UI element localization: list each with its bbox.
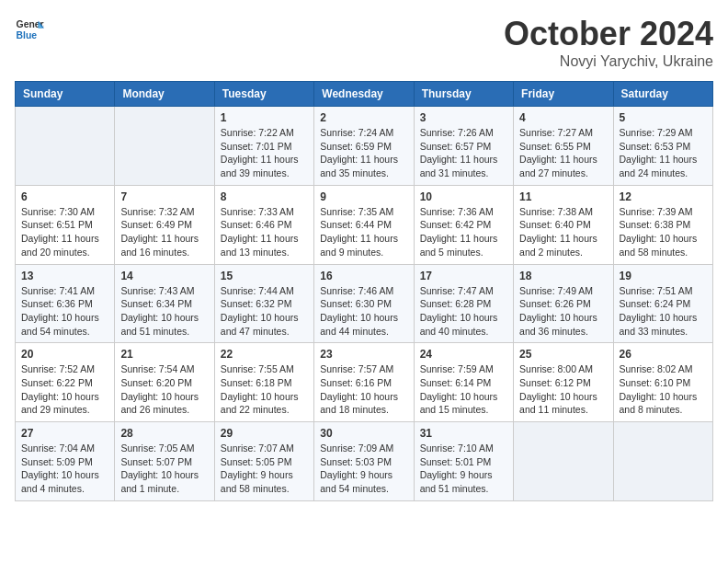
weekday-header-row: SundayMondayTuesdayWednesdayThursdayFrid… bbox=[16, 82, 713, 107]
calendar-cell: 23Sunrise: 7:57 AM Sunset: 6:16 PM Dayli… bbox=[314, 343, 414, 422]
calendar-cell bbox=[613, 422, 712, 501]
day-info: Sunrise: 7:41 AM Sunset: 6:36 PM Dayligh… bbox=[21, 284, 108, 339]
calendar-cell bbox=[514, 422, 613, 501]
day-number: 23 bbox=[320, 348, 407, 361]
calendar-cell: 21Sunrise: 7:54 AM Sunset: 6:20 PM Dayli… bbox=[115, 343, 214, 422]
weekday-header: Sunday bbox=[16, 82, 115, 107]
calendar-cell: 2Sunrise: 7:24 AM Sunset: 6:59 PM Daylig… bbox=[314, 107, 414, 186]
weekday-header: Saturday bbox=[613, 82, 712, 107]
day-info: Sunrise: 7:29 AM Sunset: 6:53 PM Dayligh… bbox=[620, 126, 707, 180]
day-info: Sunrise: 7:30 AM Sunset: 6:51 PM Dayligh… bbox=[21, 205, 108, 259]
calendar-cell: 8Sunrise: 7:33 AM Sunset: 6:46 PM Daylig… bbox=[214, 185, 313, 264]
calendar-cell bbox=[16, 107, 115, 186]
calendar-cell: 7Sunrise: 7:32 AM Sunset: 6:49 PM Daylig… bbox=[115, 185, 214, 264]
logo: General Blue bbox=[15, 15, 44, 44]
day-info: Sunrise: 7:24 AM Sunset: 6:59 PM Dayligh… bbox=[320, 126, 407, 180]
weekday-header: Tuesday bbox=[214, 82, 313, 107]
day-info: Sunrise: 7:27 AM Sunset: 6:55 PM Dayligh… bbox=[519, 126, 607, 180]
day-info: Sunrise: 7:47 AM Sunset: 6:28 PM Dayligh… bbox=[420, 284, 507, 339]
day-number: 8 bbox=[221, 190, 308, 203]
month-title: October 2024 bbox=[504, 15, 713, 53]
calendar-cell: 3Sunrise: 7:26 AM Sunset: 6:57 PM Daylig… bbox=[414, 107, 513, 186]
day-number: 24 bbox=[420, 348, 507, 361]
day-info: Sunrise: 7:54 AM Sunset: 6:20 PM Dayligh… bbox=[120, 362, 208, 417]
weekday-header: Monday bbox=[115, 82, 214, 107]
calendar-week-row: 13Sunrise: 7:41 AM Sunset: 6:36 PM Dayli… bbox=[16, 264, 713, 343]
day-info: Sunrise: 7:07 AM Sunset: 5:05 PM Dayligh… bbox=[221, 442, 308, 496]
calendar-cell: 6Sunrise: 7:30 AM Sunset: 6:51 PM Daylig… bbox=[16, 185, 115, 264]
calendar-cell: 15Sunrise: 7:44 AM Sunset: 6:32 PM Dayli… bbox=[214, 264, 313, 343]
day-info: Sunrise: 7:49 AM Sunset: 6:26 PM Dayligh… bbox=[519, 284, 607, 339]
day-info: Sunrise: 7:57 AM Sunset: 6:16 PM Dayligh… bbox=[320, 362, 407, 417]
day-info: Sunrise: 7:36 AM Sunset: 6:42 PM Dayligh… bbox=[420, 205, 507, 259]
calendar-cell: 10Sunrise: 7:36 AM Sunset: 6:42 PM Dayli… bbox=[414, 185, 513, 264]
calendar-cell: 28Sunrise: 7:05 AM Sunset: 5:07 PM Dayli… bbox=[115, 422, 214, 501]
day-info: Sunrise: 7:05 AM Sunset: 5:07 PM Dayligh… bbox=[120, 442, 208, 496]
day-number: 4 bbox=[519, 111, 607, 124]
day-number: 14 bbox=[120, 270, 208, 282]
calendar-cell: 30Sunrise: 7:09 AM Sunset: 5:03 PM Dayli… bbox=[314, 422, 414, 501]
day-number: 1 bbox=[221, 111, 308, 124]
calendar-cell: 29Sunrise: 7:07 AM Sunset: 5:05 PM Dayli… bbox=[214, 422, 313, 501]
day-number: 20 bbox=[21, 348, 108, 361]
calendar-cell: 12Sunrise: 7:39 AM Sunset: 6:38 PM Dayli… bbox=[613, 185, 712, 264]
day-number: 12 bbox=[620, 190, 707, 203]
day-info: Sunrise: 8:02 AM Sunset: 6:10 PM Dayligh… bbox=[620, 362, 707, 417]
day-number: 2 bbox=[320, 111, 407, 124]
day-number: 30 bbox=[320, 427, 407, 440]
calendar-cell: 26Sunrise: 8:02 AM Sunset: 6:10 PM Dayli… bbox=[613, 343, 712, 422]
day-info: Sunrise: 7:09 AM Sunset: 5:03 PM Dayligh… bbox=[320, 442, 407, 496]
day-info: Sunrise: 7:22 AM Sunset: 7:01 PM Dayligh… bbox=[221, 126, 308, 180]
calendar-cell: 17Sunrise: 7:47 AM Sunset: 6:28 PM Dayli… bbox=[414, 264, 513, 343]
calendar-cell: 16Sunrise: 7:46 AM Sunset: 6:30 PM Dayli… bbox=[314, 264, 414, 343]
day-number: 15 bbox=[221, 270, 308, 282]
day-number: 25 bbox=[519, 348, 607, 361]
day-number: 22 bbox=[221, 348, 308, 361]
day-info: Sunrise: 7:26 AM Sunset: 6:57 PM Dayligh… bbox=[420, 126, 507, 180]
logo-icon: General Blue bbox=[15, 15, 44, 44]
day-number: 21 bbox=[120, 348, 208, 361]
title-block: October 2024 Novyi Yarychiv, Ukraine bbox=[504, 15, 713, 70]
day-number: 28 bbox=[120, 427, 208, 440]
day-info: Sunrise: 7:44 AM Sunset: 6:32 PM Dayligh… bbox=[221, 284, 308, 339]
day-number: 10 bbox=[420, 190, 507, 203]
weekday-header: Thursday bbox=[414, 82, 513, 107]
day-info: Sunrise: 7:38 AM Sunset: 6:40 PM Dayligh… bbox=[519, 205, 607, 259]
calendar-cell: 19Sunrise: 7:51 AM Sunset: 6:24 PM Dayli… bbox=[613, 264, 712, 343]
calendar-week-row: 1Sunrise: 7:22 AM Sunset: 7:01 PM Daylig… bbox=[16, 107, 713, 186]
calendar-cell: 13Sunrise: 7:41 AM Sunset: 6:36 PM Dayli… bbox=[16, 264, 115, 343]
day-info: Sunrise: 7:10 AM Sunset: 5:01 PM Dayligh… bbox=[420, 442, 507, 496]
day-number: 9 bbox=[320, 190, 407, 203]
day-info: Sunrise: 7:35 AM Sunset: 6:44 PM Dayligh… bbox=[320, 205, 407, 259]
day-number: 29 bbox=[221, 427, 308, 440]
day-number: 27 bbox=[21, 427, 108, 440]
day-number: 13 bbox=[21, 270, 108, 282]
calendar-cell: 27Sunrise: 7:04 AM Sunset: 5:09 PM Dayli… bbox=[16, 422, 115, 501]
calendar-week-row: 20Sunrise: 7:52 AM Sunset: 6:22 PM Dayli… bbox=[16, 343, 713, 422]
day-info: Sunrise: 7:04 AM Sunset: 5:09 PM Dayligh… bbox=[21, 442, 108, 496]
calendar-cell: 4Sunrise: 7:27 AM Sunset: 6:55 PM Daylig… bbox=[514, 107, 613, 186]
calendar-cell: 11Sunrise: 7:38 AM Sunset: 6:40 PM Dayli… bbox=[514, 185, 613, 264]
day-number: 18 bbox=[519, 270, 607, 282]
calendar-cell: 18Sunrise: 7:49 AM Sunset: 6:26 PM Dayli… bbox=[514, 264, 613, 343]
day-info: Sunrise: 7:46 AM Sunset: 6:30 PM Dayligh… bbox=[320, 284, 407, 339]
day-info: Sunrise: 7:55 AM Sunset: 6:18 PM Dayligh… bbox=[221, 362, 308, 417]
day-info: Sunrise: 7:59 AM Sunset: 6:14 PM Dayligh… bbox=[420, 362, 507, 417]
day-number: 11 bbox=[519, 190, 607, 203]
calendar-cell: 1Sunrise: 7:22 AM Sunset: 7:01 PM Daylig… bbox=[214, 107, 313, 186]
calendar-cell bbox=[115, 107, 214, 186]
calendar-cell: 31Sunrise: 7:10 AM Sunset: 5:01 PM Dayli… bbox=[414, 422, 513, 501]
day-info: Sunrise: 7:52 AM Sunset: 6:22 PM Dayligh… bbox=[21, 362, 108, 417]
day-number: 5 bbox=[620, 111, 707, 124]
day-info: Sunrise: 7:39 AM Sunset: 6:38 PM Dayligh… bbox=[620, 205, 707, 259]
day-info: Sunrise: 7:51 AM Sunset: 6:24 PM Dayligh… bbox=[620, 284, 707, 339]
calendar-cell: 24Sunrise: 7:59 AM Sunset: 6:14 PM Dayli… bbox=[414, 343, 513, 422]
calendar-cell: 22Sunrise: 7:55 AM Sunset: 6:18 PM Dayli… bbox=[214, 343, 313, 422]
svg-text:Blue: Blue bbox=[17, 30, 38, 40]
day-number: 17 bbox=[420, 270, 507, 282]
location-subtitle: Novyi Yarychiv, Ukraine bbox=[504, 53, 713, 70]
weekday-header: Wednesday bbox=[314, 82, 414, 107]
day-number: 26 bbox=[620, 348, 707, 361]
calendar-table: SundayMondayTuesdayWednesdayThursdayFrid… bbox=[15, 81, 713, 501]
day-info: Sunrise: 7:32 AM Sunset: 6:49 PM Dayligh… bbox=[120, 205, 208, 259]
